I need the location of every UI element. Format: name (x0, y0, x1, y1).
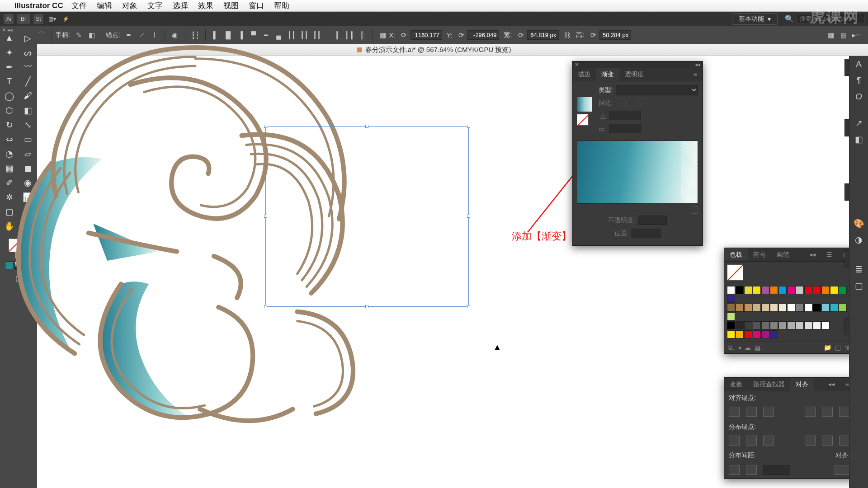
swatch[interactable] (753, 304, 761, 312)
handle-mr[interactable] (467, 215, 470, 218)
layers-panel-icon[interactable]: ≣ (849, 261, 868, 277)
swatch-lib-icon[interactable]: ⧉. (728, 344, 734, 352)
swatch[interactable] (821, 304, 830, 312)
swatch[interactable] (761, 304, 769, 312)
w-link-icon[interactable]: ⟳ (515, 30, 526, 41)
swatch-newgroup-icon[interactable]: 📁 (824, 344, 831, 352)
swatch-show-icon[interactable]: ◂ (738, 344, 741, 352)
tab-align[interactable]: 对齐 (790, 378, 814, 391)
angle-input[interactable] (609, 111, 641, 120)
swatch[interactable] (744, 321, 752, 329)
swatch[interactable] (753, 286, 761, 294)
swatch[interactable] (761, 286, 769, 294)
delete-stop-icon[interactable] (691, 206, 698, 214)
swatch[interactable] (727, 286, 735, 294)
swatch[interactable] (727, 304, 735, 312)
handle-bm[interactable] (365, 305, 368, 308)
handle-bl[interactable] (264, 305, 267, 308)
align-to-selection[interactable] (835, 465, 850, 475)
w-value[interactable]: 64.819 px (527, 30, 559, 40)
swatch[interactable] (839, 304, 847, 312)
tab-transparency[interactable]: 透明度 (619, 68, 649, 81)
swatch[interactable] (796, 286, 804, 294)
swatch[interactable] (830, 304, 838, 312)
gradient-preview-swatch[interactable] (577, 97, 592, 112)
asset-panel-icon[interactable]: ◧ (849, 131, 868, 147)
swatch[interactable] (761, 330, 769, 338)
swatch[interactable] (787, 321, 795, 329)
handle-ml[interactable] (264, 215, 267, 218)
align-collapse-icon[interactable]: ◂◂ (823, 378, 840, 391)
swatch[interactable] (821, 321, 830, 329)
swatch[interactable] (813, 286, 821, 294)
para-panel-icon[interactable]: ¶ (849, 72, 868, 89)
swatch[interactable] (821, 286, 830, 294)
tab-brushes[interactable]: 画笔 (771, 248, 795, 261)
stroke-across-icon[interactable] (638, 99, 648, 107)
swatch[interactable] (727, 295, 735, 303)
export-panel-icon[interactable]: ↗ (849, 115, 868, 131)
swatch[interactable] (839, 286, 847, 294)
swatch[interactable] (813, 321, 821, 329)
swatch[interactable] (736, 330, 744, 338)
swatch[interactable] (778, 286, 787, 294)
stock-search-input[interactable] (797, 14, 864, 24)
h-link-icon[interactable]: ⟳ (588, 30, 599, 41)
swatch[interactable] (761, 321, 769, 329)
swatch[interactable] (753, 330, 761, 338)
opacity-input[interactable] (638, 216, 667, 225)
color-guide-icon[interactable]: ◑ (849, 231, 868, 248)
dist-top-btn[interactable] (729, 436, 740, 446)
swatch[interactable] (736, 321, 744, 329)
tab-gradient[interactable]: 渐变 (596, 68, 619, 81)
swatch[interactable] (804, 321, 812, 329)
tab-pathfinder[interactable]: 路径查找器 (748, 378, 790, 391)
char-panel-icon[interactable]: A (849, 56, 868, 72)
dist-vspace-btn[interactable] (729, 465, 740, 475)
stroke-in-icon[interactable] (616, 99, 626, 107)
stock-search[interactable]: 🔍 (782, 14, 864, 24)
swatch-none-indicator[interactable] (727, 264, 743, 281)
stroke-along-icon[interactable] (627, 99, 637, 107)
swatch[interactable] (778, 321, 787, 329)
gradient-bar[interactable] (577, 141, 698, 204)
selection-box[interactable] (265, 126, 469, 307)
tab-swatches[interactable]: 色板 (724, 248, 748, 261)
swatch[interactable] (727, 330, 735, 338)
swatch-group-icon[interactable]: ▦. (755, 344, 762, 352)
swatch[interactable] (770, 321, 778, 329)
align-left-btn[interactable] (729, 407, 740, 417)
swatch[interactable] (744, 286, 752, 294)
swatch[interactable] (787, 304, 795, 312)
handle-br[interactable] (467, 305, 470, 308)
tab-stroke[interactable]: 描边 (572, 68, 596, 81)
gradient-type-select[interactable] (616, 85, 698, 95)
swatch[interactable] (753, 321, 761, 329)
h-value[interactable]: 58.284 px (599, 30, 631, 40)
swatch[interactable] (778, 304, 787, 312)
swatch[interactable] (796, 304, 804, 312)
dist-vcenter-btn[interactable] (746, 436, 757, 446)
snap-pixel-icon[interactable]: ▦ (826, 30, 836, 41)
dist-hcenter-btn[interactable] (822, 436, 833, 446)
dock-pull-4[interactable] (844, 250, 849, 267)
panel-collapse-icon[interactable]: ◂◂ (695, 61, 700, 68)
swatch[interactable] (830, 286, 838, 294)
y-value[interactable]: -296.049 (467, 30, 499, 40)
swatch-options-icon[interactable]: ☁ (745, 344, 751, 352)
swatch[interactable] (736, 304, 744, 312)
swatch[interactable] (804, 304, 812, 312)
workspace-switcher[interactable]: 基本功能▾ (732, 13, 778, 25)
dist-left-btn[interactable] (805, 436, 816, 446)
align-bottom-btn[interactable] (839, 407, 850, 417)
swatch[interactable] (770, 304, 778, 312)
swatch[interactable] (804, 286, 812, 294)
tab-symbols[interactable]: 符号 (748, 248, 771, 261)
swatch[interactable] (736, 286, 744, 294)
constrain-icon[interactable]: ⛓ (561, 30, 572, 41)
handle-tm[interactable] (365, 125, 368, 128)
dist-bottom-btn[interactable] (763, 436, 774, 446)
swatch-new-icon[interactable]: ◫ (835, 344, 841, 352)
opentype-panel-icon[interactable]: O (849, 89, 868, 105)
color-panel-icon[interactable]: 🎨 (849, 215, 868, 231)
